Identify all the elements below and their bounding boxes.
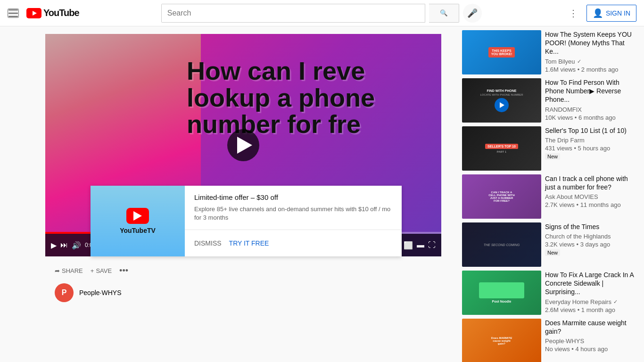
sidebar-channel-4: Ask About MOVIES: [545, 193, 636, 200]
logo-text: YouTube: [43, 8, 79, 18]
search-bar: [161, 4, 425, 23]
more-options-icon: ⋮: [569, 8, 578, 19]
youtube-tv-promo: YouTubeTV Limited-time offer – $30 off E…: [91, 186, 402, 256]
play-pause-control[interactable]: ▶: [51, 241, 57, 250]
more-options-button[interactable]: ⋮: [564, 4, 583, 23]
youtube-logo[interactable]: YouTube: [26, 8, 79, 18]
promo-content-area: Limited-time offer – $30 off Explore 85+…: [185, 186, 402, 256]
sidebar: THIS KEEPSYOU BROKE! How The System Keep…: [454, 26, 644, 362]
youtube-tv-logo-icon: [126, 208, 149, 224]
mic-icon: 🎤: [467, 8, 478, 18]
sidebar-thumb-3: SELLER'S TOP 10 PART 1: [462, 126, 541, 171]
sidebar-title-1: How The System Keeps YOU POOR! (Money My…: [545, 30, 636, 56]
sidebar-meta-3: 431 views • 5 hours ago: [545, 145, 636, 152]
video-title-line2: lookup a phone: [187, 84, 432, 111]
save-label: SAVE: [96, 267, 112, 274]
sidebar-info-5: Signs of the Times Church of the Highlan…: [545, 222, 636, 267]
sidebar-thumb-7: Does MARMITEcause weightgain?: [462, 319, 541, 362]
sidebar-title-2: How To Find Person With Phone Number▶ Re…: [545, 78, 636, 104]
sidebar-item-3[interactable]: SELLER'S TOP 10 PART 1 Seller's Top 10 L…: [462, 126, 636, 171]
header-left: YouTube: [8, 8, 79, 18]
play-icon: [237, 137, 252, 154]
sidebar-channel-7: People·WHYS: [545, 337, 636, 345]
sidebar-item-4[interactable]: CAN I TRACK ACELL PHONE WITHJUST A NUMBE…: [462, 174, 636, 219]
miniplayer-button[interactable]: ⬜: [404, 241, 413, 250]
sidebar-thumb-1: THIS KEEPSYOU BROKE!: [462, 30, 541, 74]
sign-in-button[interactable]: 👤 SIGN IN: [586, 5, 636, 22]
sidebar-meta-4: 2.7K views • 11 months ago: [545, 201, 636, 208]
volume-control[interactable]: 🔊: [72, 241, 81, 250]
sidebar-info-2: How To Find Person With Phone Number▶ Re…: [545, 78, 636, 123]
theater-button[interactable]: ▬: [417, 241, 424, 250]
search-input[interactable]: [162, 4, 425, 22]
share-icon: ➦: [55, 267, 60, 274]
dismiss-button[interactable]: DISMISS: [194, 236, 222, 251]
sidebar-info-7: Does Marmite cause weight gain? People·W…: [545, 319, 636, 362]
next-control[interactable]: ⏭: [60, 241, 68, 249]
try-free-button[interactable]: TRY IT FREE: [229, 236, 269, 251]
sidebar-thumb-5: THE SECOND COMING: [462, 222, 541, 267]
youtube-tv-brand: YouTubeTV: [120, 227, 156, 234]
search-button[interactable]: 🔍: [429, 4, 459, 23]
video-title-line3: number for fre: [187, 111, 432, 138]
sidebar-channel-2: RANDOMFIX: [545, 106, 636, 113]
sidebar-meta-7: No views • 4 hours ago: [545, 346, 636, 353]
fullscreen-button[interactable]: ⛶: [428, 241, 436, 250]
video-info: ➦ SHARE + SAVE ••• P People·WHYS: [45, 256, 441, 312]
sidebar-title-4: Can I track a cell phone with just a num…: [545, 174, 636, 191]
hamburger-menu[interactable]: [8, 8, 19, 18]
verified-icon-6: ✓: [613, 299, 618, 305]
sidebar-item-2[interactable]: FIND WITH PHONE LOCATE WITH PHONE NUMBER…: [462, 78, 636, 123]
sidebar-title-6: How To Fix A Large Crack In A Concrete S…: [545, 271, 636, 296]
promo-description: Explore 85+ live channels and on-demand …: [194, 205, 392, 222]
video-text-overlay: How can I reve lookup a phone number for…: [177, 48, 441, 147]
sidebar-title-7: Does Marmite cause weight gain?: [545, 319, 636, 336]
sidebar-thumb-6: Pool Noodle: [462, 271, 541, 315]
sign-in-label: SIGN IN: [606, 9, 630, 17]
header-center: 🔍 🎤: [79, 4, 564, 23]
sidebar-meta-5: 3.2K views • 3 days ago: [545, 241, 636, 248]
sidebar-meta-2: 10K views • 6 months ago: [545, 114, 636, 121]
new-badge-5: New: [545, 249, 560, 256]
share-button[interactable]: ➦ SHARE: [55, 267, 83, 274]
sidebar-item-6[interactable]: Pool Noodle How To Fix A Large Crack In …: [462, 271, 636, 315]
sidebar-channel-6: Everyday Home Repairs ✓: [545, 298, 636, 305]
header: YouTube 🔍 🎤 ⋮ 👤 SIGN IN: [0, 0, 644, 26]
sidebar-title-3: Seller's Top 10 List (1 of 10): [545, 126, 636, 135]
video-area: How can I reve lookup a phone number for…: [0, 26, 454, 362]
sidebar-item-1[interactable]: THIS KEEPSYOU BROKE! How The System Keep…: [462, 30, 636, 74]
search-icon: 🔍: [440, 9, 448, 16]
sidebar-info-1: How The System Keeps YOU POOR! (Money My…: [545, 30, 636, 74]
sidebar-item-5[interactable]: THE SECOND COMING Signs of the Times Chu…: [462, 222, 636, 267]
save-icon: +: [91, 267, 94, 274]
sidebar-channel-3: The Drip Farm: [545, 137, 636, 144]
video-player: How can I reve lookup a phone number for…: [45, 34, 441, 256]
youtube-logo-icon: [26, 8, 41, 18]
more-actions-button[interactable]: •••: [119, 266, 128, 276]
sidebar-meta-1: 1.6M views • 2 months ago: [545, 66, 636, 73]
sidebar-channel-1: Tom Bilyeu ✓: [545, 58, 636, 65]
verified-icon-1: ✓: [577, 58, 581, 65]
youtube-tv-logo-side: YouTubeTV: [91, 186, 185, 256]
sidebar-thumb-2: FIND WITH PHONE LOCATE WITH PHONE NUMBER: [462, 78, 541, 123]
youtube-tv-play-icon: [133, 211, 142, 221]
sidebar-info-6: How To Fix A Large Crack In A Concrete S…: [545, 271, 636, 315]
more-dots-icon: •••: [119, 266, 128, 275]
header-right: ⋮ 👤 SIGN IN: [564, 4, 636, 23]
promo-title: Limited-time offer – $30 off: [194, 193, 392, 201]
sidebar-info-3: Seller's Top 10 List (1 of 10) The Drip …: [545, 126, 636, 171]
video-action-bar: ➦ SHARE + SAVE •••: [55, 262, 432, 280]
sidebar-thumb-4: CAN I TRACK ACELL PHONE WITHJUST A NUMBE…: [462, 174, 541, 219]
promo-content: Limited-time offer – $30 off Explore 85+…: [185, 186, 402, 230]
play-button[interactable]: [227, 129, 259, 161]
main-container: How can I reve lookup a phone number for…: [0, 26, 644, 362]
video-title-line1: How can I reve: [187, 58, 432, 84]
save-button[interactable]: + SAVE: [91, 267, 112, 274]
new-badge-3: New: [545, 153, 560, 160]
promo-actions: DISMISS TRY IT FREE: [185, 230, 402, 256]
sidebar-item-7[interactable]: Does MARMITEcause weightgain? Does Marmi…: [462, 319, 636, 362]
mic-button[interactable]: 🎤: [463, 4, 482, 23]
account-icon: 👤: [593, 8, 603, 18]
sidebar-meta-6: 2.6M views • 1 month ago: [545, 306, 636, 313]
channel-info: P People·WHYS: [55, 280, 432, 306]
